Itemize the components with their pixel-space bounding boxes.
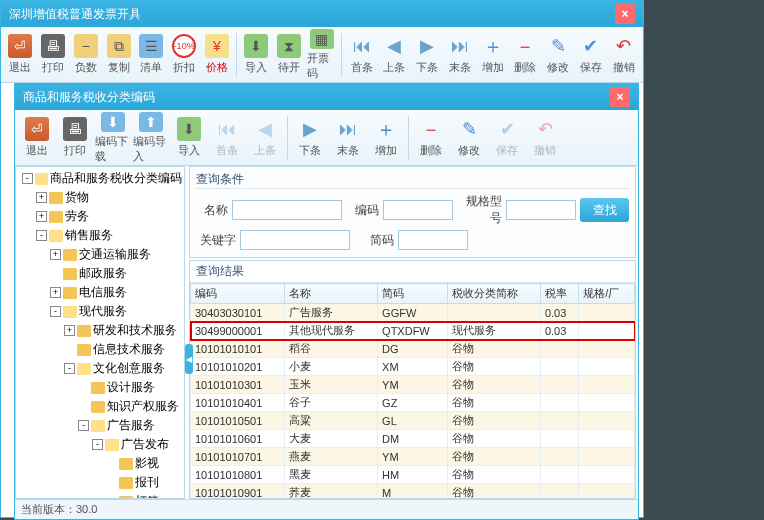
tree-toggle[interactable]: - <box>36 230 47 241</box>
负数-icon: − <box>74 34 98 58</box>
table-row[interactable]: 10101010301玉米YM谷物 <box>191 376 635 394</box>
cell: YM <box>378 448 448 466</box>
tree-toggle[interactable]: - <box>92 439 103 450</box>
tree-toggle[interactable]: - <box>50 306 61 317</box>
tree-node[interactable]: 设计服务 <box>18 378 182 397</box>
folder-icon <box>49 192 63 204</box>
toolbtn-开票码[interactable]: ▦开票码 <box>307 29 338 81</box>
tree-toggle[interactable]: + <box>64 325 75 336</box>
toolbtn-清单[interactable]: ☰清单 <box>136 29 167 81</box>
toolbtn-下条[interactable]: ▶下条 <box>412 29 443 81</box>
cell: 谷物 <box>448 466 541 484</box>
tree-node[interactable]: +研发和技术服务 <box>18 321 182 340</box>
table-row[interactable]: 10101010201小麦XM谷物 <box>191 358 635 376</box>
tree-label: 销售服务 <box>65 227 113 244</box>
tree-splitter[interactable]: ◀ <box>185 344 193 374</box>
toolbtn-末条[interactable]: ⏭末条 <box>330 112 366 164</box>
toolbtn-退出[interactable]: ⏎退出 <box>5 29 36 81</box>
toolbtn-上条[interactable]: ◀上条 <box>379 29 410 81</box>
toolbtn-折扣[interactable]: -10%折扣 <box>169 29 200 81</box>
result-table-wrap[interactable]: 编码名称简码税收分类简称税率规格/厂 30403030101广告服务GGFW0.… <box>190 283 635 498</box>
tree-node[interactable]: -文化创意服务 <box>18 359 182 378</box>
category-tree[interactable]: -商品和服务税收分类编码+货物+劳务-销售服务+交通运输服务邮政服务+电信服务-… <box>15 166 185 499</box>
tree-toggle[interactable]: + <box>50 249 61 260</box>
toolbtn-负数[interactable]: −负数 <box>71 29 102 81</box>
tree-toggle[interactable]: + <box>50 287 61 298</box>
toolbtn-修改[interactable]: ✎修改 <box>543 29 574 81</box>
tree-node[interactable]: -现代服务 <box>18 302 182 321</box>
result-table: 编码名称简码税收分类简称税率规格/厂 30403030101广告服务GGFW0.… <box>190 283 635 498</box>
toolbtn-增加[interactable]: ＋增加 <box>368 112 404 164</box>
win2-close-button[interactable]: × <box>610 87 630 107</box>
col-header[interactable]: 税率 <box>540 284 578 304</box>
cell <box>448 304 541 322</box>
search-button[interactable]: 查找 <box>580 198 629 222</box>
table-row[interactable]: 10101010901荞麦M谷物 <box>191 484 635 499</box>
toolbtn-末条[interactable]: ⏭末条 <box>444 29 475 81</box>
tree-node[interactable]: 影视 <box>18 454 182 473</box>
toolbtn-导入[interactable]: ⬇导入 <box>241 29 272 81</box>
toolbtn-导入[interactable]: ⬇导入 <box>171 112 207 164</box>
toolbtn-退出[interactable]: ⏎退出 <box>19 112 55 164</box>
tree-toggle[interactable]: - <box>22 173 33 184</box>
toolbtn-删除[interactable]: －删除 <box>413 112 449 164</box>
tree-node[interactable]: 知识产权服务 <box>18 397 182 416</box>
input-code[interactable] <box>383 200 453 220</box>
toolbtn-撤销[interactable]: ↶撤销 <box>608 29 639 81</box>
tree-node[interactable]: 报刊 <box>18 473 182 492</box>
toolbtn-首条[interactable]: ⏮首条 <box>346 29 377 81</box>
input-name[interactable] <box>232 200 342 220</box>
tree-node[interactable]: 邮政服务 <box>18 264 182 283</box>
input-short[interactable] <box>398 230 468 250</box>
tree-toggle[interactable]: - <box>64 363 75 374</box>
toolbtn-删除[interactable]: －删除 <box>510 29 541 81</box>
tree-node[interactable]: 灯箱 <box>18 492 182 499</box>
tree-toggle[interactable]: + <box>36 192 47 203</box>
win1-close-button[interactable]: × <box>615 4 635 24</box>
toolbtn-待开[interactable]: ⧗待开 <box>274 29 305 81</box>
导入-icon: ⬇ <box>244 34 268 58</box>
tree-label: 交通运输服务 <box>79 246 151 263</box>
tree-node[interactable]: -广告发布 <box>18 435 182 454</box>
tree-toggle[interactable]: + <box>36 211 47 222</box>
toolbtn-打印[interactable]: 🖶打印 <box>57 112 93 164</box>
table-row[interactable]: 30403030101广告服务GGFW0.03 <box>191 304 635 322</box>
table-row[interactable]: 10101010101稻谷DG谷物 <box>191 340 635 358</box>
toolbtn-修改[interactable]: ✎修改 <box>451 112 487 164</box>
toolbtn-复制[interactable]: ⧉复制 <box>103 29 134 81</box>
table-row[interactable]: 10101010601大麦DM谷物 <box>191 430 635 448</box>
table-row[interactable]: 10101010501高粱GL谷物 <box>191 412 635 430</box>
toolbtn-打印[interactable]: 🖶打印 <box>38 29 69 81</box>
tree-node[interactable]: 信息技术服务 <box>18 340 182 359</box>
toolbtn-编码导入[interactable]: ⬆编码导入 <box>133 112 169 164</box>
input-spec[interactable] <box>506 200 576 220</box>
tree-node[interactable]: -销售服务 <box>18 226 182 245</box>
folder-icon <box>63 287 77 299</box>
tree-node[interactable]: +货物 <box>18 188 182 207</box>
tree-node[interactable]: +电信服务 <box>18 283 182 302</box>
col-header[interactable]: 名称 <box>285 284 378 304</box>
table-row[interactable]: 10101010701燕麦YM谷物 <box>191 448 635 466</box>
cell: 谷物 <box>448 358 541 376</box>
tree-toggle[interactable]: - <box>78 420 89 431</box>
toolbtn-增加[interactable]: ＋增加 <box>477 29 508 81</box>
col-header[interactable]: 规格/厂 <box>579 284 635 304</box>
toolbtn-价格[interactable]: ¥价格 <box>202 29 233 81</box>
table-row[interactable]: 30499000001其他现代服务QTXDFW现代服务0.03 <box>191 322 635 340</box>
table-row[interactable]: 10101010801黑麦HM谷物 <box>191 466 635 484</box>
col-header[interactable]: 简码 <box>378 284 448 304</box>
下条-icon: ▶ <box>415 34 439 58</box>
toolbtn-保存[interactable]: ✔保存 <box>575 29 606 81</box>
tree-node[interactable]: +交通运输服务 <box>18 245 182 264</box>
tree-node[interactable]: +劳务 <box>18 207 182 226</box>
folder-icon <box>77 363 91 375</box>
删除-icon: － <box>513 34 537 58</box>
toolbtn-编码下载[interactable]: ⬇编码下载 <box>95 112 131 164</box>
toolbtn-下条[interactable]: ▶下条 <box>292 112 328 164</box>
col-header[interactable]: 税收分类简称 <box>448 284 541 304</box>
col-header[interactable]: 编码 <box>191 284 285 304</box>
table-row[interactable]: 10101010401谷子GZ谷物 <box>191 394 635 412</box>
tree-node[interactable]: -商品和服务税收分类编码 <box>18 169 182 188</box>
tree-node[interactable]: -广告服务 <box>18 416 182 435</box>
input-keyword[interactable] <box>240 230 350 250</box>
